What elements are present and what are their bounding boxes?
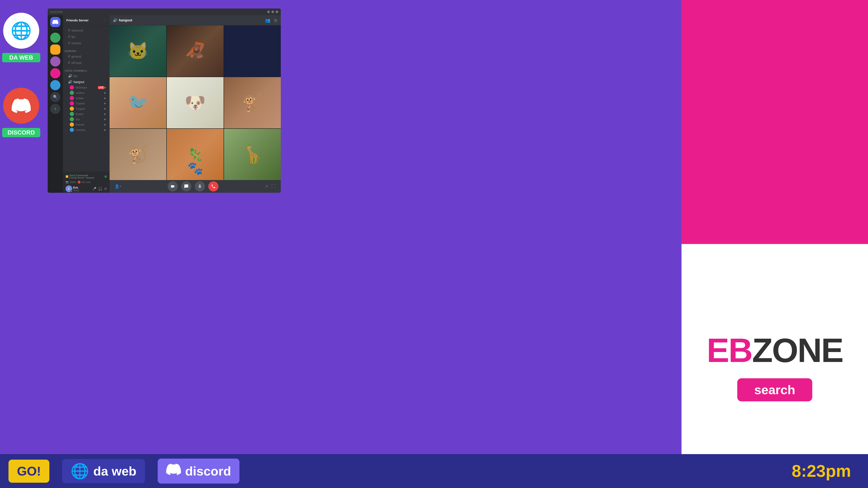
video-grid: 🐱 🦧 🐦 🐶 🐒 🐒 🦎 xyxy=(110,25,281,180)
server-icon-blue[interactable] xyxy=(50,80,60,90)
deafen-icon[interactable]: 🎧 xyxy=(98,187,102,191)
bottom-da-web-text: da web xyxy=(93,464,136,479)
minimize-control[interactable] xyxy=(267,10,270,13)
main-content: 🔊 hangout 👥 ⊞ 🐱 🦧 🐦 xyxy=(110,15,281,193)
grid-icon[interactable]: ⊞ xyxy=(274,18,277,23)
user-avatar-trogdor xyxy=(70,106,74,111)
server-icon-discord[interactable] xyxy=(50,17,60,27)
globe-icon: 🌐 xyxy=(10,21,32,41)
maximize-control[interactable] xyxy=(272,10,274,13)
search-button[interactable]: search xyxy=(737,378,812,401)
user-controls: E Eric #0001 🎤 🎧 ⚙ xyxy=(65,185,108,193)
camera-toggle-button[interactable] xyxy=(167,181,178,192)
video-button[interactable]: 📷 Video xyxy=(65,181,76,184)
user-avatar-reimer xyxy=(70,123,74,127)
ebzone-text: EBZONE xyxy=(707,331,843,370)
close-control[interactable] xyxy=(276,10,278,13)
right-panel: EBZONE search xyxy=(682,0,868,488)
server-icon-purple[interactable] xyxy=(50,56,60,66)
chat-toggle-button[interactable] xyxy=(181,181,191,192)
people-icon[interactable]: 👥 xyxy=(265,18,270,23)
channel-item-memes[interactable]: # memes xyxy=(65,40,108,46)
server-header[interactable]: Friends Server ··· xyxy=(63,15,110,25)
user-avatar-letter: E xyxy=(68,187,70,190)
animal-overlay-4: 🐶 xyxy=(185,93,206,113)
server-list: 🔍 + xyxy=(48,15,63,193)
call-controls: 👤+ xyxy=(110,180,281,193)
server-icon-green[interactable] xyxy=(50,33,60,43)
hash-icon: # xyxy=(68,35,70,39)
user-avatar-outlaw xyxy=(70,96,74,100)
popout-icon[interactable]: ↗ xyxy=(265,184,268,189)
mute-icon[interactable]: 🎤 xyxy=(92,187,96,191)
server-more-icon[interactable]: ··· xyxy=(103,18,106,23)
voice-user-reimer: Reimer ▶ xyxy=(68,122,108,127)
fullscreen-icon[interactable]: ⛶ xyxy=(272,184,276,189)
channel-label-welcome: welcome xyxy=(71,29,83,32)
bottom-discord[interactable]: discord xyxy=(158,459,240,484)
voice-server-label: Friends Server / hangout xyxy=(69,177,94,179)
voice-user-name-outlaw: outlaw xyxy=(76,97,104,100)
go-live-button[interactable]: 🔴 Go Live xyxy=(78,181,90,184)
stream-icon: ▶ xyxy=(104,118,106,121)
channel-item-off-topic[interactable]: # off-topic xyxy=(65,60,108,66)
video-cell-1: 🐱 xyxy=(110,25,166,77)
channel-sidebar: Friends Server ··· # welcome # fps # mem… xyxy=(63,15,110,193)
channel-label-fps: fps xyxy=(71,35,75,38)
mic-toggle-button[interactable] xyxy=(195,181,205,192)
bottom-da-web[interactable]: 🌐 da web xyxy=(62,459,145,483)
da-web-icon: 🌐 xyxy=(3,13,39,49)
hash-icon: # xyxy=(68,54,70,59)
video-cell-empty xyxy=(224,25,281,77)
channel-list: # welcome # fps # memes GENERAL # genera… xyxy=(63,25,110,171)
voice-user-name-october: October xyxy=(76,128,104,132)
stream-icon: ▶ xyxy=(104,102,106,105)
stream-icon: ▶ xyxy=(104,107,106,110)
speaker-icon: 🔊 xyxy=(68,74,72,78)
animal-overlay-2: 🦧 xyxy=(185,41,206,61)
category-general: GENERAL xyxy=(63,46,110,53)
server-name: Friends Server xyxy=(66,19,89,22)
paw-overlay: 🐾 xyxy=(187,161,203,176)
right-panel-bottom: EBZONE search xyxy=(682,244,868,488)
server-add-button[interactable]: + xyxy=(50,104,60,114)
server-icon-yellow[interactable] xyxy=(50,44,60,55)
animal-overlay-5: 🐒 xyxy=(242,93,263,113)
zone-text: ZONE xyxy=(752,331,843,369)
user-action-icons: 🎤 🎧 ⚙ xyxy=(92,187,107,191)
voice-user-mrdream: MrDream LIVE ▶ xyxy=(68,85,108,90)
camera-icon: 📷 xyxy=(65,181,69,184)
settings-icon[interactable]: ⚙ xyxy=(104,187,107,191)
voice-user-name-muffins: muffins xyxy=(76,91,104,94)
title-bar: DISCORD xyxy=(48,8,281,15)
add-person-icon[interactable]: 👤+ xyxy=(115,184,122,189)
user-area: 📶 Voice Connected Friends Server / hango… xyxy=(63,171,110,193)
voice-user-list: MrDream LIVE ▶ muffins ▶ outlaw ▶ xyxy=(63,85,110,132)
user-avatar-stu xyxy=(70,117,74,121)
right-panel-top xyxy=(682,0,868,244)
hash-icon: # xyxy=(68,28,70,33)
voice-channel-fps[interactable]: 🔊 fps xyxy=(65,73,108,79)
voice-settings-icon[interactable]: ⚙ xyxy=(104,175,107,178)
channel-label-general: general xyxy=(71,55,82,58)
user-avatar-eradic xyxy=(70,112,74,116)
server-search[interactable]: 🔍 xyxy=(50,92,60,102)
voice-user-name-mrdream: MrDream xyxy=(76,86,97,89)
channel-item-fps[interactable]: # fps xyxy=(65,34,108,40)
discord-app-icon xyxy=(3,88,39,124)
video-cell-8: 🦒 xyxy=(224,129,281,180)
left-sidebar: 🌐 DA WEB DISCORD xyxy=(0,0,42,488)
video-cell-4: 🐶 xyxy=(167,77,223,128)
channel-item-general[interactable]: # general xyxy=(65,53,108,60)
eb-text: EB xyxy=(707,331,752,369)
hash-icon: # xyxy=(68,41,70,45)
bottom-time: 8:23pm xyxy=(792,461,851,481)
channel-label-memes: memes xyxy=(71,41,81,45)
animal-overlay-3: 🐦 xyxy=(127,93,149,113)
server-icon-pink[interactable] xyxy=(50,68,60,78)
channel-item-welcome[interactable]: # welcome xyxy=(65,27,108,33)
voice-channel-hangout[interactable]: 🔊 hangout xyxy=(65,79,108,85)
end-call-button[interactable] xyxy=(208,181,218,192)
video-cell-5: 🐒 xyxy=(224,77,281,128)
bottom-bar: GO! 🌐 da web discord 8:23pm xyxy=(0,454,868,488)
